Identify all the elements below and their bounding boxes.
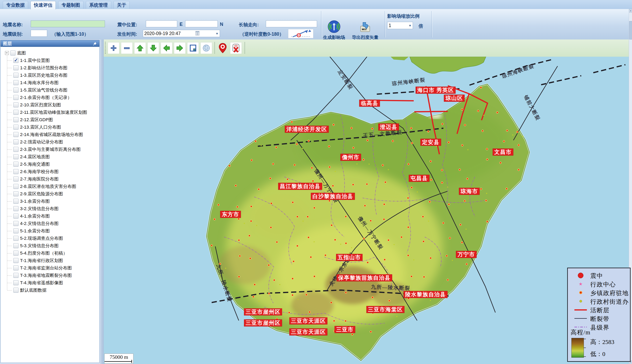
zoom-out-icon[interactable] [121, 42, 133, 54]
layer-checkbox[interactable] [14, 110, 19, 115]
layer-checkbox[interactable] [14, 162, 19, 167]
layer-checkbox[interactable] [14, 140, 19, 144]
layer-item[interactable]: 1-4.海南水库分布图 [1, 79, 99, 86]
layer-checkbox[interactable] [14, 124, 19, 130]
layer-checkbox[interactable] [11, 50, 16, 56]
layer-checkbox[interactable] [14, 243, 19, 248]
toolbar-drag-handle[interactable] [105, 42, 106, 54]
layer-checkbox[interactable] [14, 95, 19, 100]
map-canvas[interactable]: 海口市 秀英区琼山区临高县澄迈县定安县文昌市洋浦经济开发区儋州市屯昌县昌江黎族自… [104, 57, 632, 364]
layer-item[interactable]: 4-2.灾情信息分布图 [1, 220, 99, 227]
epicenter-lat-input[interactable] [185, 20, 218, 27]
layer-checkbox[interactable] [14, 73, 19, 78]
scroll-up-arrow[interactable]: ▲ [629, 9, 632, 12]
layer-item[interactable]: 2-8.震区潜在地质灾害分布图 [1, 183, 99, 190]
pan-up-icon[interactable] [134, 42, 146, 54]
layer-item[interactable]: 3-2.灾情信息分布图 [1, 205, 99, 212]
tab-1[interactable]: 专业数据 [3, 1, 28, 9]
layer-item[interactable]: 5-3.灾情信息分布图 [1, 242, 99, 250]
layer-checkbox[interactable] [14, 250, 19, 256]
layer-checkbox[interactable] [14, 80, 19, 85]
layer-checkbox[interactable] [14, 199, 19, 204]
layer-checkbox[interactable] [14, 132, 19, 137]
layer-checkbox[interactable] [14, 88, 19, 92]
layer-checkbox[interactable] [14, 117, 19, 122]
tree-collapse-icon[interactable] [5, 51, 9, 55]
layer-item[interactable]: T-4.海南省遥感影像图 [1, 279, 99, 286]
tab-3[interactable]: 专题制图 [58, 1, 83, 9]
layer-item[interactable]: 2-7.海南医院分布图 [1, 175, 99, 183]
scroll-thumb[interactable] [629, 21, 632, 40]
layer-item[interactable]: 2-1.余震分布图（无记录） [1, 94, 99, 101]
remove-marker-icon[interactable] [230, 42, 242, 54]
layer-item[interactable]: 5-2.现场调查点分布图 [1, 234, 99, 242]
layer-label: T-2.海南省监测台站分布图 [20, 265, 72, 271]
layer-checkbox[interactable] [14, 258, 19, 263]
layer-checkbox[interactable] [14, 65, 19, 70]
epicenter-lon-input[interactable] [146, 20, 177, 27]
zoom-in-icon[interactable] [108, 42, 119, 54]
calendar-icon[interactable] [195, 31, 201, 36]
layer-item[interactable]: 4-1.余震分布图 [1, 212, 99, 220]
time-dropdown-arrow[interactable]: ▼ [216, 32, 219, 35]
layer-item[interactable]: 1-2.影响估计范围分布图 [1, 64, 99, 72]
layer-item[interactable]: 2-10.震区烈度区划图 [1, 101, 99, 108]
layer-item[interactable]: 1-5.震区油气管线分布图 [1, 86, 99, 94]
layer-checkbox[interactable] [14, 266, 19, 270]
layer-item[interactable]: 2-5.海南交通图 [1, 160, 99, 168]
layer-item[interactable]: T-1.海南省行政区划图 [1, 257, 99, 264]
layer-item[interactable]: 3-1.余震分布图 [1, 198, 99, 205]
layer-checkbox[interactable] [14, 176, 19, 182]
layer-checkbox[interactable] [14, 228, 19, 234]
eq-name-input[interactable] [31, 20, 105, 27]
tab-2[interactable]: 快速评估 [31, 1, 56, 10]
layer-checkbox[interactable] [14, 214, 19, 218]
field-scale-select[interactable]: 1 ▼ [387, 22, 413, 29]
layout-view-icon[interactable] [187, 42, 199, 54]
layer-checkbox[interactable] [14, 236, 19, 241]
pan-right-icon[interactable] [174, 42, 185, 54]
globe-icon[interactable] [200, 42, 212, 54]
layer-item[interactable]: 2-4.震区地质图 [1, 153, 99, 160]
axis-input[interactable] [266, 20, 317, 27]
layer-item[interactable]: 2-11.震区地震动峰值加速度区划图 [1, 108, 99, 116]
tab-5[interactable]: 关于 [114, 1, 130, 9]
layer-item[interactable]: 2-2.强震动记录分布图 [1, 138, 99, 146]
layer-item[interactable]: 5-4.烈度分布图（初稿） [1, 250, 99, 257]
layer-panel-header[interactable]: 图层 [1, 40, 100, 47]
layer-checkbox[interactable] [14, 288, 19, 293]
layer-checkbox[interactable] [14, 147, 19, 152]
layer-checkbox[interactable] [14, 58, 19, 63]
layer-item[interactable]: 1-1.震中位置图 [1, 57, 99, 64]
layer-checkbox[interactable] [14, 184, 19, 189]
pan-down-icon[interactable] [147, 42, 159, 54]
layer-root-item[interactable]: 底图 [1, 49, 99, 57]
panel-splitter[interactable] [100, 40, 104, 364]
layer-item[interactable]: 默认底图数据 [1, 286, 99, 294]
layer-checkbox[interactable] [14, 169, 19, 174]
magnitude-input[interactable] [31, 30, 47, 37]
layer-item[interactable]: 2-14.海南省城区疏散场地分布图 [1, 131, 99, 138]
layer-item[interactable]: 5-1.余震分布图 [1, 227, 99, 234]
legend-label: 行政中心 [590, 280, 616, 289]
layer-checkbox[interactable] [14, 206, 19, 211]
tab-4[interactable]: 系统管理 [86, 1, 111, 9]
place-marker-icon[interactable] [217, 42, 229, 54]
layer-item[interactable]: 2-13.震区人口分布图 [1, 124, 99, 131]
pin-icon[interactable] [93, 42, 97, 46]
layer-item[interactable]: 2-3.震中与主要城市距离分布图 [1, 146, 99, 153]
layer-checkbox[interactable] [14, 154, 19, 159]
layer-item[interactable]: 2-6.海南学校分布图 [1, 168, 99, 175]
layer-checkbox[interactable] [14, 273, 19, 278]
layer-checkbox[interactable] [14, 280, 19, 285]
layer-checkbox[interactable] [14, 221, 19, 226]
pan-left-icon[interactable] [161, 42, 172, 54]
layer-item[interactable]: 2-9.震区危险源分布图 [1, 190, 99, 198]
layer-item[interactable]: 1-3.震区历史地震分布图 [1, 72, 99, 79]
time-picker[interactable]: 2020-09-19 20:47 ▼ [143, 30, 220, 37]
layer-checkbox[interactable] [14, 191, 19, 196]
layer-item[interactable]: 2-12.震区GDP图 [1, 116, 99, 124]
layer-checkbox[interactable] [14, 102, 19, 108]
layer-item[interactable]: T-3.海南省地震断裂分布图 [1, 272, 99, 279]
layer-item[interactable]: T-2.海南省监测台站分布图 [1, 264, 99, 272]
